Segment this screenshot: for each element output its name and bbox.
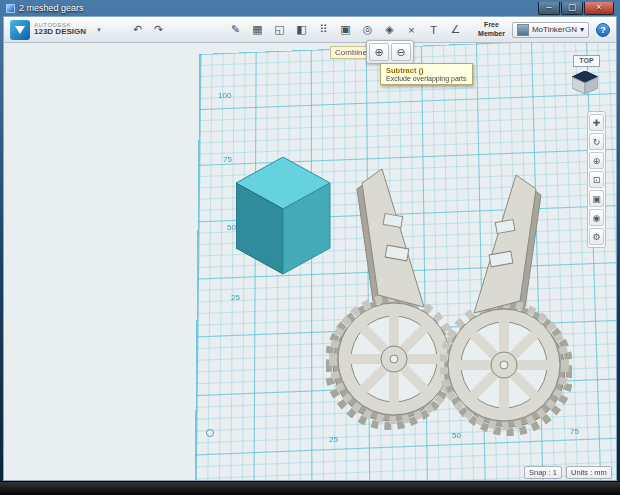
y-axis-tick-label: 25 (231, 293, 240, 302)
delete-tool-button[interactable]: × (402, 20, 421, 39)
text-tool-button[interactable]: T (424, 20, 443, 39)
visibility-button[interactable]: ◉ (589, 209, 604, 226)
view-settings-button[interactable]: ⚙ (589, 228, 604, 245)
shading-mode-button[interactable]: ▣ (589, 190, 604, 207)
construct-tool-button[interactable]: ◱ (270, 20, 289, 39)
units-setting[interactable]: Units : mm (566, 466, 612, 479)
gear-icon: ⚙ (592, 232, 600, 242)
text-icon: T (430, 24, 437, 36)
x-axis-tick-label: 25 (329, 435, 338, 444)
user-avatar (517, 24, 529, 36)
pan-button[interactable]: ✚ (589, 114, 604, 131)
maximize-button[interactable]: ▢ (561, 2, 583, 15)
modify-icon: ◧ (296, 23, 306, 36)
gear-part-left[interactable] (326, 167, 458, 435)
tooltip-body: Exclude overlapping parts (386, 75, 467, 82)
combine-popup-panel: ⊕ ⊖ (366, 40, 414, 64)
tool-group: ✎ ▦ ◱ ◧ ⠿ ▣ ◎ ◈ × T ∠ (226, 20, 465, 39)
merge-icon: ⊕ (374, 46, 383, 59)
y-axis-tick-label: 50 (227, 223, 236, 232)
main-toolbar: AUTODESK 123D DESIGN ▾ ↶ ↷ ✎ ▦ ◱ ◧ ⠿ ▣ ◎… (4, 17, 616, 43)
membership-line2: Member (478, 30, 505, 38)
membership-line1: Free (478, 21, 505, 29)
user-name: MoTinkerGN (532, 25, 577, 34)
viewcube-top-face[interactable]: TOP (573, 55, 600, 67)
pan-icon: ✚ (593, 118, 601, 128)
eye-icon: ◉ (593, 213, 601, 223)
app-brand: AUTODESK 123D DESIGN (34, 22, 86, 37)
combine-tool-button[interactable]: ◎ (358, 20, 377, 39)
grouping-tool-button[interactable]: ▣ (336, 20, 355, 39)
modify-tool-button[interactable]: ◧ (292, 20, 311, 39)
gear-part-right[interactable] (440, 173, 572, 441)
viewport-canvas[interactable]: 100 75 50 25 25 50 75 (4, 43, 616, 480)
redo-button[interactable]: ↷ (149, 20, 168, 39)
undo-icon: ↶ (133, 23, 142, 36)
measure-icon: ∠ (451, 23, 461, 36)
subtract-icon: ⊖ (396, 46, 405, 59)
account-cluster: Free Member MoTinkerGN ▾ ? (478, 21, 610, 37)
tooltip-title: Subtract () (386, 66, 467, 75)
viewcube-icon[interactable] (572, 71, 598, 95)
application-window: 2 meshed gears – ▢ × AUTODESK 123D DESIG… (0, 0, 620, 495)
os-taskbar (0, 481, 620, 495)
subtract-button[interactable]: ⊖ (391, 43, 411, 61)
app-client-area: AUTODESK 123D DESIGN ▾ ↶ ↷ ✎ ▦ ◱ ◧ ⠿ ▣ ◎… (3, 16, 617, 481)
merge-button[interactable]: ⊕ (369, 43, 389, 61)
subtract-tooltip: Subtract () Exclude overlapping parts (380, 63, 473, 85)
fit-icon: ⊡ (593, 175, 601, 185)
logo-triangle-icon (15, 26, 25, 34)
primitives-tool-button[interactable]: ▦ (248, 20, 267, 39)
combine-icon: ◎ (363, 23, 373, 36)
redo-icon: ↷ (154, 23, 163, 36)
primitives-icon: ▦ (252, 23, 262, 36)
cube-primitive[interactable] (236, 157, 332, 275)
shading-icon: ▣ (592, 194, 601, 204)
snap-tool-button[interactable]: ◈ (380, 20, 399, 39)
fit-view-button[interactable]: ⊡ (589, 171, 604, 188)
navigation-toolbar: ✚ ↻ ⊕ ⊡ ▣ ◉ ⚙ (587, 111, 606, 248)
construct-icon: ◱ (274, 23, 284, 36)
measure-tool-button[interactable]: ∠ (446, 20, 465, 39)
chevron-down-icon: ▾ (97, 26, 101, 33)
snap-icon: ◈ (385, 23, 393, 36)
chevron-down-icon: ▾ (580, 25, 584, 34)
window-icon (6, 4, 15, 13)
titlebar: 2 meshed gears – ▢ × (0, 0, 620, 16)
help-button[interactable]: ? (596, 23, 610, 37)
y-axis-tick-label: 100 (218, 91, 231, 100)
undo-button[interactable]: ↶ (128, 20, 147, 39)
sketch-icon: ✎ (231, 23, 240, 36)
user-account-dropdown[interactable]: MoTinkerGN ▾ (512, 22, 589, 38)
window-title: 2 meshed gears (19, 3, 84, 13)
pattern-tool-button[interactable]: ⠿ (314, 20, 333, 39)
orbit-icon: ↻ (593, 137, 601, 147)
grouping-icon: ▣ (340, 23, 350, 36)
sketch-tool-button[interactable]: ✎ (226, 20, 245, 39)
orbit-button[interactable]: ↻ (589, 133, 604, 150)
y-axis-tick-label: 75 (223, 155, 232, 164)
membership-label: Free Member (478, 21, 505, 37)
brand-product: 123D DESIGN (34, 28, 86, 37)
undo-redo-group: ↶ ↷ (128, 20, 168, 39)
delete-icon: × (408, 24, 414, 36)
pattern-icon: ⠿ (320, 23, 328, 36)
zoom-button[interactable]: ⊕ (589, 152, 604, 169)
window-controls: – ▢ × (538, 2, 614, 15)
app-menu-dropdown[interactable]: ▾ (92, 26, 106, 34)
minimize-button[interactable]: – (538, 2, 560, 15)
close-button[interactable]: × (584, 2, 614, 15)
app-logo[interactable] (10, 20, 30, 40)
snap-setting[interactable]: Snap : 1 (524, 466, 562, 479)
grid-origin-marker (206, 429, 214, 437)
zoom-icon: ⊕ (593, 156, 601, 166)
